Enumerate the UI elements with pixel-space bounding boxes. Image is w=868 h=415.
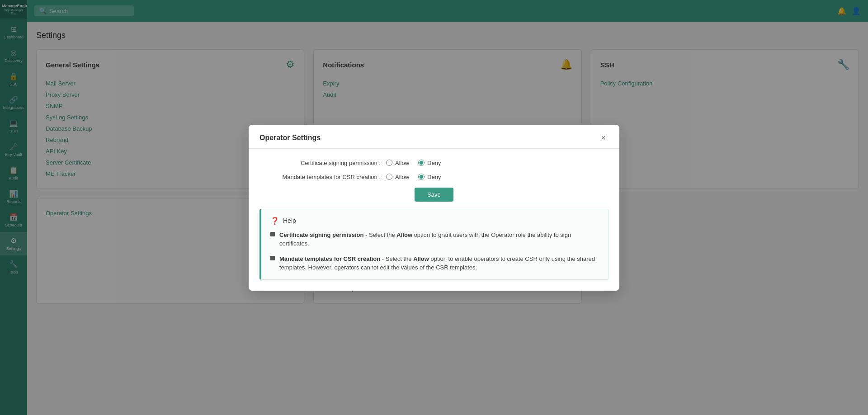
cert-signing-radio-group: Allow Deny xyxy=(386,160,441,166)
modal-body: Certificate signing permission : Allow D… xyxy=(249,149,619,291)
modal-title: Operator Settings xyxy=(259,134,321,142)
mandate-templates-allow-option[interactable]: Allow xyxy=(386,174,409,180)
save-button[interactable]: Save xyxy=(415,188,453,202)
help-text-mandate: Mandate templates for CSR creation - Sel… xyxy=(279,255,599,272)
cert-signing-deny-radio[interactable] xyxy=(418,160,425,166)
cert-signing-deny-label: Deny xyxy=(427,160,441,166)
help-item: Certificate signing permission - Select … xyxy=(270,231,599,248)
help-icon: ❓ xyxy=(270,217,279,225)
operator-settings-modal: Operator Settings × Certificate signing … xyxy=(249,125,619,291)
help-title: Help xyxy=(283,217,296,224)
help-item: Mandate templates for CSR creation - Sel… xyxy=(270,255,599,272)
mandate-templates-deny-label: Deny xyxy=(427,174,441,180)
help-section: ❓ Help Certificate signing permission - … xyxy=(259,209,609,280)
cert-signing-allow-option[interactable]: Allow xyxy=(386,160,409,166)
modal-overlay[interactable]: Operator Settings × Certificate signing … xyxy=(0,0,868,415)
mandate-templates-deny-option[interactable]: Deny xyxy=(418,174,441,180)
help-bullet-icon xyxy=(270,256,275,260)
cert-signing-allow-radio[interactable] xyxy=(386,160,392,166)
save-button-row: Save xyxy=(259,188,609,202)
help-header: ❓ Help xyxy=(270,217,599,225)
help-bullet-icon xyxy=(270,232,275,236)
allow-word-cert: Allow xyxy=(396,231,412,238)
mandate-templates-deny-radio[interactable] xyxy=(418,174,425,180)
help-bold-cert: Certificate signing permission xyxy=(279,231,363,238)
mandate-templates-label: Mandate templates for CSR creation : xyxy=(259,174,386,180)
modal-header: Operator Settings × xyxy=(249,125,619,149)
help-items-list: Certificate signing permission - Select … xyxy=(270,231,599,272)
help-bold-mandate: Mandate templates for CSR creation xyxy=(279,255,380,262)
mandate-templates-radio-group: Allow Deny xyxy=(386,174,441,180)
cert-signing-row: Certificate signing permission : Allow D… xyxy=(259,160,609,166)
cert-signing-label: Certificate signing permission : xyxy=(259,160,386,166)
cert-signing-allow-label: Allow xyxy=(395,160,409,166)
mandate-templates-allow-label: Allow xyxy=(395,174,409,180)
cert-signing-deny-option[interactable]: Deny xyxy=(418,160,441,166)
modal-close-button[interactable]: × xyxy=(598,133,609,143)
mandate-templates-allow-radio[interactable] xyxy=(386,174,392,180)
allow-word-mandate: Allow xyxy=(413,255,429,262)
help-text-cert: Certificate signing permission - Select … xyxy=(279,231,599,248)
mandate-templates-row: Mandate templates for CSR creation : All… xyxy=(259,174,609,180)
